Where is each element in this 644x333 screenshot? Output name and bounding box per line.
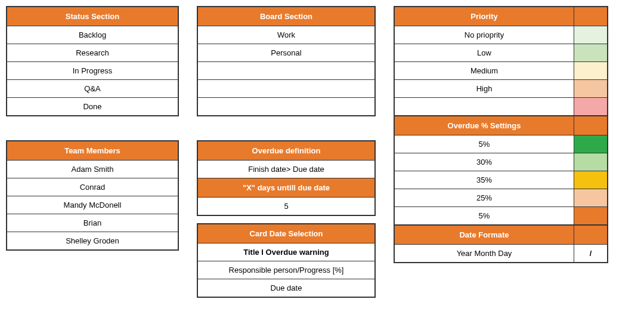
team-section: Team Members Adam Smith Conrad Mandy McD… xyxy=(6,140,179,251)
priority-row[interactable]: Medium xyxy=(395,61,607,79)
priority-row[interactable]: High xyxy=(395,79,607,97)
board-header: Board Section xyxy=(198,7,374,26)
overdue-settings-header-swatch xyxy=(574,116,607,135)
card-date-item[interactable]: Due date xyxy=(198,279,374,297)
team-item[interactable]: Brian xyxy=(7,214,178,232)
date-format-label: Year Month Day xyxy=(395,245,574,262)
overdue-label: 30% xyxy=(395,153,574,171)
card-date-section: Card Date Selection Title I Overdue warn… xyxy=(197,223,376,298)
priority-row[interactable]: Low xyxy=(395,44,607,61)
overdue-swatch xyxy=(574,171,607,189)
overdue-swatch xyxy=(574,135,607,153)
overdue-swatch xyxy=(574,153,607,171)
overdue-row[interactable]: 5% xyxy=(395,206,607,224)
team-item[interactable]: Mandy McDonell xyxy=(7,196,178,214)
priority-label xyxy=(395,98,574,115)
team-item[interactable]: Conrad xyxy=(7,178,178,196)
team-item[interactable]: Adam Smith xyxy=(7,160,178,178)
days-until-due-value[interactable]: 5 xyxy=(198,197,374,215)
overdue-settings-section: Overdue % Settings 5% 30% 35% 25% xyxy=(394,116,608,226)
priority-row[interactable]: No prioprity xyxy=(395,26,607,44)
priority-header: Priority xyxy=(395,7,574,26)
days-until-due-header: "X" days untill due date xyxy=(198,178,374,197)
board-item[interactable]: Work xyxy=(198,26,374,44)
date-format-row[interactable]: Year Month Day / xyxy=(395,244,607,262)
overdue-label: 25% xyxy=(395,189,574,206)
overdue-definition-value[interactable]: Finish date> Due date xyxy=(198,160,374,178)
overdue-label: 5% xyxy=(395,135,574,153)
date-format-separator: / xyxy=(574,245,607,262)
overdue-label: 35% xyxy=(395,171,574,189)
status-section: Status Section Backlog Research In Progr… xyxy=(6,6,179,116)
status-item[interactable]: Research xyxy=(7,44,178,61)
status-header: Status Section xyxy=(7,7,178,26)
overdue-definition-section: Overdue definition Finish date> Due date… xyxy=(197,140,376,216)
priority-label: Low xyxy=(395,44,574,61)
priority-swatch xyxy=(574,26,607,44)
overdue-row[interactable]: 35% xyxy=(395,171,607,189)
date-format-header-swatch xyxy=(574,226,607,244)
priority-label: No prioprity xyxy=(395,26,574,44)
date-format-section: Date Formate Year Month Day / xyxy=(394,226,608,263)
board-item[interactable] xyxy=(198,61,374,79)
priority-header-swatch xyxy=(574,7,607,26)
overdue-row[interactable]: 30% xyxy=(395,153,607,171)
overdue-swatch xyxy=(574,207,607,224)
card-date-item[interactable]: Responsible person/Progress [%] xyxy=(198,261,374,279)
priority-swatch xyxy=(574,44,607,61)
board-item[interactable] xyxy=(198,79,374,97)
overdue-swatch xyxy=(574,189,607,206)
overdue-settings-header: Overdue % Settings xyxy=(395,116,574,135)
overdue-label: 5% xyxy=(395,207,574,224)
priority-swatch xyxy=(574,80,607,97)
card-date-item[interactable]: Title I Overdue warning xyxy=(198,243,374,261)
board-section: Board Section Work Personal xyxy=(197,6,376,116)
overdue-definition-header: Overdue definition xyxy=(198,141,374,160)
team-header: Team Members xyxy=(7,141,178,160)
priority-swatch xyxy=(574,62,607,79)
priority-label: Medium xyxy=(395,62,574,79)
status-item[interactable]: Q&A xyxy=(7,79,178,97)
overdue-row[interactable]: 5% xyxy=(395,135,607,153)
priority-swatch xyxy=(574,98,607,115)
board-item[interactable]: Personal xyxy=(198,44,374,61)
priority-section: Priority No prioprity Low Medium High xyxy=(394,6,608,116)
status-item[interactable]: Backlog xyxy=(7,26,178,44)
board-item[interactable] xyxy=(198,97,374,115)
priority-row[interactable] xyxy=(395,97,607,115)
overdue-row[interactable]: 25% xyxy=(395,189,607,206)
status-item[interactable]: Done xyxy=(7,97,178,115)
card-date-header: Card Date Selection xyxy=(198,224,374,243)
priority-label: High xyxy=(395,80,574,97)
status-item[interactable]: In Progress xyxy=(7,61,178,79)
team-item[interactable]: Shelley Groden xyxy=(7,232,178,249)
date-format-header: Date Formate xyxy=(395,226,574,244)
